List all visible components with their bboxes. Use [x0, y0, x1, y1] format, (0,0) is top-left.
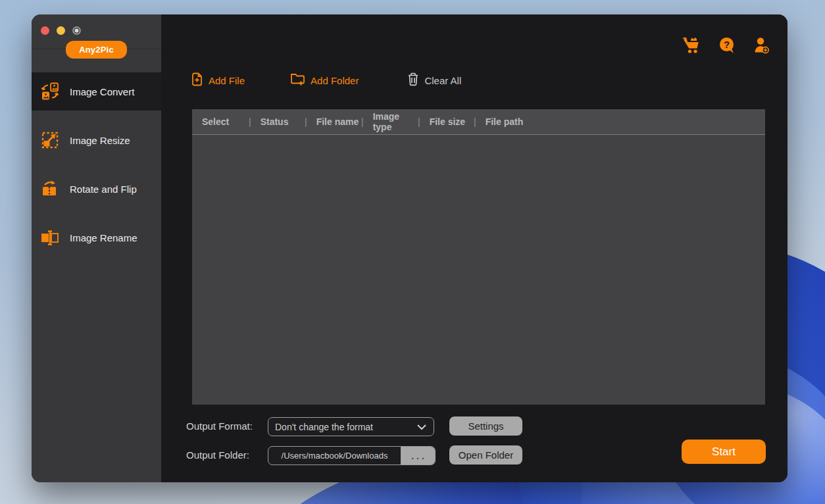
sidebar-item-label: Image Rename [70, 232, 138, 243]
add-file-label: Add File [209, 75, 245, 86]
zoom-button-disabled [72, 26, 81, 35]
file-table-header: Select | Status | File name | Image type… [192, 109, 765, 135]
column-header-file-path: | File path [474, 116, 765, 127]
topbar-icons: ? [682, 36, 770, 57]
add-file-button[interactable]: Add File [191, 72, 245, 88]
add-file-icon [191, 72, 203, 88]
svg-text:?: ? [724, 39, 730, 50]
add-folder-label: Add Folder [311, 75, 359, 86]
sidebar-item-rotate-and-flip[interactable]: Rotate and Flip [32, 170, 161, 208]
column-separator: | [474, 116, 476, 127]
toolbar: Add File Add Folder [191, 72, 461, 88]
sidebar: Any2Pic I [32, 14, 161, 482]
output-format-select[interactable]: Don't change the format [268, 417, 434, 436]
app-window: Any2Pic I [32, 14, 788, 482]
column-header-select: Select [192, 116, 249, 127]
sidebar-nav: Image Convert Image Resize [32, 72, 161, 267]
column-header-image-type: | Image type [361, 111, 418, 132]
column-header-file-size: | File size [418, 116, 474, 127]
image-convert-icon [40, 82, 60, 101]
close-button[interactable] [41, 26, 49, 35]
sidebar-item-label: Image Convert [70, 86, 134, 97]
start-button[interactable]: Start [682, 440, 766, 464]
add-user-icon[interactable] [753, 37, 770, 57]
open-folder-button[interactable]: Open Folder [449, 445, 522, 465]
column-separator: | [305, 116, 307, 127]
cart-icon[interactable] [682, 37, 701, 57]
column-separator: | [361, 116, 364, 127]
add-folder-icon [290, 72, 305, 88]
main-panel: ? A [161, 14, 788, 482]
file-table-body-empty[interactable] [192, 135, 765, 405]
chevron-down-icon [416, 422, 427, 432]
sidebar-item-image-convert[interactable]: Image Convert [32, 72, 161, 111]
rotate-flip-icon [40, 180, 60, 198]
add-folder-button[interactable]: Add Folder [290, 72, 359, 88]
traffic-lights [41, 26, 81, 35]
image-rename-icon [40, 228, 60, 247]
trash-icon [407, 72, 419, 88]
minimize-button[interactable] [57, 26, 65, 35]
output-folder-label: Output Folder: [186, 449, 249, 461]
column-separator: | [418, 116, 420, 127]
clear-all-label: Clear All [424, 75, 461, 86]
output-folder-path[interactable]: /Users/macbook/Downloads [268, 447, 401, 465]
image-resize-icon [40, 131, 60, 149]
sidebar-item-label: Rotate and Flip [70, 184, 137, 195]
column-separator: | [249, 116, 251, 127]
settings-button[interactable]: Settings [449, 416, 522, 436]
browse-button[interactable]: ... [401, 447, 435, 465]
help-icon[interactable]: ? [718, 36, 736, 57]
output-format-value: Don't change the format [275, 422, 373, 432]
sidebar-item-image-rename[interactable]: Image Rename [32, 218, 161, 257]
clear-all-button[interactable]: Clear All [407, 72, 461, 88]
sidebar-item-image-resize[interactable]: Image Resize [32, 121, 161, 159]
app-logo-badge: Any2Pic [66, 41, 127, 59]
output-folder-field: /Users/macbook/Downloads ... [268, 446, 436, 465]
output-format-label: Output Format: [186, 420, 253, 432]
file-table: Select | Status | File name | Image type… [192, 109, 765, 405]
sidebar-item-label: Image Resize [70, 135, 130, 146]
column-header-status: | Status [249, 116, 305, 127]
column-header-file-name: | File name [305, 116, 361, 127]
